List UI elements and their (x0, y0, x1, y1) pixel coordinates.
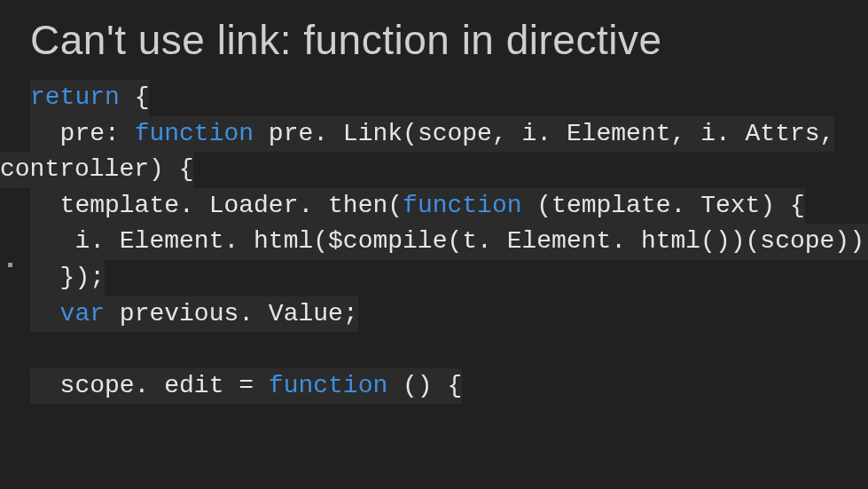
code-line-6: }); (0, 260, 868, 296)
code-block: return { pre: function pre. Link(scope, … (0, 80, 868, 404)
code-line-blank (0, 332, 868, 368)
code-line-5: i. Element. html($compile(t. Element. ht… (0, 224, 868, 260)
code-line-3: controller) { (0, 152, 868, 188)
code-line-9: scope. edit = function () { (0, 368, 868, 405)
slide-title: Can't use link: function in directive (30, 16, 868, 64)
code-line-4: template. Loader. then(function (templat… (0, 188, 868, 225)
code-line-1: return { (0, 80, 868, 116)
code-line-2: pre: function pre. Link(scope, i. Elemen… (0, 116, 868, 153)
slide: Can't use link: function in directive ▪ … (0, 0, 868, 489)
code-line-7: var previous. Value; (0, 296, 868, 333)
